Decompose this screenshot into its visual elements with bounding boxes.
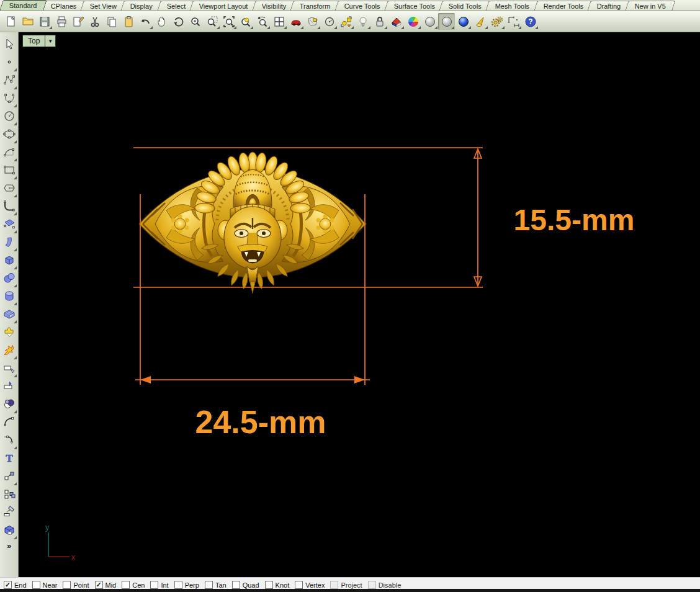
- explode-icon[interactable]: [1, 342, 17, 360]
- save-icon[interactable]: [36, 13, 53, 30]
- checkbox-icon[interactable]: [205, 581, 213, 589]
- tab-curve-tools[interactable]: Curve Tools: [334, 1, 390, 11]
- tab-new-in-v5[interactable]: New in V5: [625, 1, 675, 11]
- osnap-cen[interactable]: Cen: [122, 581, 145, 589]
- osnap-perp[interactable]: Perp: [174, 581, 199, 589]
- checkbox-icon[interactable]: [63, 581, 71, 589]
- rotate-icon[interactable]: [1, 504, 17, 522]
- checkbox-icon[interactable]: [368, 581, 376, 589]
- pan-hand-icon[interactable]: [153, 13, 170, 30]
- cut-icon[interactable]: [86, 13, 103, 30]
- split-icon[interactable]: [1, 378, 17, 396]
- trim-icon[interactable]: [1, 360, 17, 378]
- surface-from-points-icon[interactable]: [1, 216, 17, 234]
- paste-icon[interactable]: [120, 13, 137, 30]
- osnap-vertex[interactable]: Vertex: [295, 581, 325, 589]
- osnap-quad[interactable]: Quad: [232, 581, 259, 589]
- fillet-curve-icon[interactable]: [1, 198, 17, 216]
- open-file-icon[interactable]: [19, 13, 36, 30]
- viewport-title-tab[interactable]: Top ▼: [22, 35, 56, 47]
- zoom-selected-icon[interactable]: [237, 13, 254, 30]
- tab-viewport-layout[interactable]: Viewport Layout: [190, 1, 258, 11]
- checkbox-icon[interactable]: ✓: [95, 581, 103, 589]
- box-icon[interactable]: [1, 252, 17, 270]
- checkbox-icon[interactable]: [122, 581, 130, 589]
- move-icon[interactable]: [1, 468, 17, 486]
- checkbox-icon[interactable]: [174, 581, 182, 589]
- four-viewports-icon[interactable]: [271, 13, 287, 30]
- curve-through-points-icon[interactable]: [1, 90, 17, 108]
- checkbox-icon[interactable]: [32, 581, 40, 589]
- tab-surface-tools[interactable]: Surface Tools: [384, 1, 445, 11]
- new-file-icon[interactable]: [2, 13, 19, 30]
- circle-icon[interactable]: [1, 108, 17, 126]
- options-gears-icon[interactable]: [488, 13, 505, 30]
- ellipse-icon[interactable]: [1, 126, 17, 144]
- gumball-shapes-icon[interactable]: [338, 13, 354, 30]
- osnap-knot[interactable]: Knot: [265, 581, 290, 589]
- shaded-viewport-icon[interactable]: [421, 13, 438, 30]
- tab-display[interactable]: Display: [121, 1, 163, 11]
- checkbox-icon[interactable]: [295, 581, 303, 589]
- layer-wedge-icon[interactable]: [388, 13, 405, 30]
- sphere-icon[interactable]: [1, 270, 17, 288]
- tab-transform[interactable]: Transform: [290, 1, 341, 11]
- osnap-tan[interactable]: Tan: [205, 581, 227, 589]
- cage-edit-icon[interactable]: [1, 522, 17, 540]
- checkbox-icon[interactable]: [232, 581, 240, 589]
- text-icon[interactable]: T: [1, 450, 17, 468]
- boolean-union-icon[interactable]: [1, 396, 17, 414]
- tab-mesh-tools[interactable]: Mesh Tools: [486, 1, 540, 11]
- cylinder-icon[interactable]: [1, 288, 17, 306]
- named-views-car-icon[interactable]: [287, 13, 304, 30]
- more-tools-chevron[interactable]: »: [7, 541, 11, 550]
- tab-render-tools[interactable]: Render Tools: [534, 1, 593, 11]
- copy-icon[interactable]: [103, 13, 120, 30]
- lock-objects-icon[interactable]: [371, 13, 388, 30]
- undo-view-change-icon[interactable]: [254, 13, 271, 30]
- osnap-point[interactable]: Point: [63, 581, 89, 589]
- polygon-icon[interactable]: [1, 180, 17, 198]
- spotlight-icon[interactable]: [472, 13, 488, 30]
- control-point-curve-icon[interactable]: [1, 72, 17, 90]
- rendered-viewport-icon[interactable]: [438, 13, 455, 30]
- zoom-dynamic-icon[interactable]: [187, 13, 204, 30]
- select-arrow-icon[interactable]: [1, 36, 17, 54]
- copy-objects-icon[interactable]: [1, 486, 17, 504]
- cplane-map-icon[interactable]: [304, 13, 321, 30]
- rotate-view-icon[interactable]: [170, 13, 187, 30]
- set-cplane-icon[interactable]: [321, 13, 338, 30]
- blend-curve-icon[interactable]: [1, 432, 17, 450]
- checkbox-icon[interactable]: [150, 581, 158, 589]
- rectangle-icon[interactable]: [1, 162, 17, 180]
- arc-icon[interactable]: [1, 144, 17, 162]
- tab-solid-tools[interactable]: Solid Tools: [439, 1, 491, 11]
- viewport-top[interactable]: Top ▼: [19, 32, 700, 577]
- join-puzzle-icon[interactable]: [1, 324, 17, 342]
- curved-surface-icon[interactable]: [1, 234, 17, 252]
- tab-cplanes[interactable]: CPlanes: [41, 1, 86, 11]
- edit-notes-icon[interactable]: [70, 13, 86, 30]
- checkbox-icon[interactable]: [330, 581, 338, 589]
- checkbox-icon[interactable]: [265, 581, 273, 589]
- render-icon[interactable]: [455, 13, 472, 30]
- osnap-mid[interactable]: ✓ Mid: [95, 581, 117, 589]
- osnap-project[interactable]: Project: [330, 581, 362, 589]
- help-icon[interactable]: ?: [522, 13, 539, 30]
- osnap-near[interactable]: Near: [32, 581, 58, 589]
- dimension-tools-icon[interactable]: [505, 13, 522, 30]
- tab-drafting[interactable]: Drafting: [588, 1, 631, 11]
- zoom-window-icon[interactable]: [204, 13, 220, 30]
- visibility-lamp-icon[interactable]: [354, 13, 371, 30]
- osnap-disable[interactable]: Disable: [368, 581, 402, 589]
- tab-visibility[interactable]: Visibility: [252, 1, 296, 11]
- tab-set-view[interactable]: Set View: [81, 1, 127, 11]
- fillet-icon[interactable]: [1, 414, 17, 432]
- mesh-surface-icon[interactable]: [1, 306, 17, 324]
- undo-icon[interactable]: [137, 13, 153, 30]
- checkbox-icon[interactable]: ✓: [4, 581, 12, 589]
- color-wheel-icon[interactable]: [405, 13, 421, 30]
- viewport-menu-dropdown[interactable]: ▼: [45, 35, 55, 47]
- osnap-end[interactable]: ✓ End: [4, 581, 27, 589]
- osnap-int[interactable]: Int: [150, 581, 168, 589]
